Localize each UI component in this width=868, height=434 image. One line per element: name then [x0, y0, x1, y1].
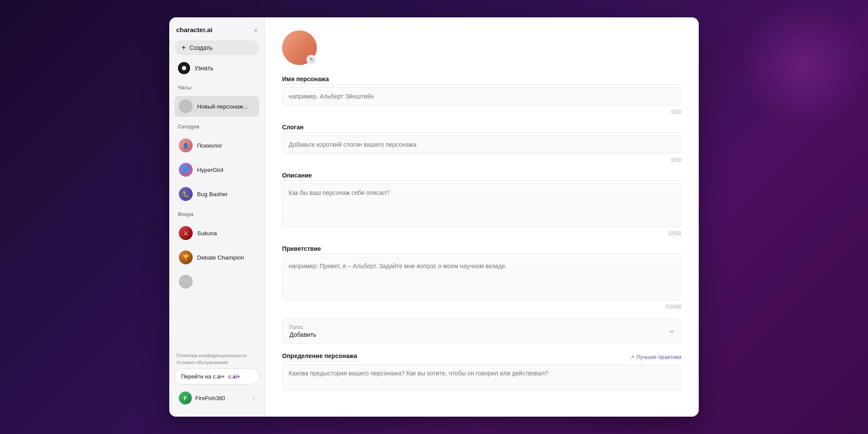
chat-item-psych[interactable]: 👤 Психолог: [174, 135, 259, 156]
description-count: 0/500: [282, 230, 681, 237]
unknown-avatar: [179, 275, 193, 289]
discover-label: Узнать: [194, 65, 213, 72]
character-name-label: Имя персонажа: [282, 76, 681, 85]
sidebar-footer: Политика конфиденциальности · Условия об…: [174, 353, 259, 408]
chat-item-sukuna[interactable]: ⚔ Sukuna: [174, 223, 259, 243]
user-avatar: F: [179, 391, 192, 404]
dot-separator: ·: [248, 353, 250, 358]
slogan-input[interactable]: [282, 135, 681, 154]
plus-icon: +: [181, 44, 186, 52]
user-name: FireFish360: [195, 395, 250, 401]
character-name-count: 0/20: [282, 109, 681, 115]
external-link-icon: ↗: [630, 354, 635, 360]
chat-item-bugbasher[interactable]: 🐛 Bug Basher: [174, 184, 259, 204]
description-textarea[interactable]: [282, 184, 681, 227]
hyperglot-label: HyperGlot: [197, 167, 224, 173]
new-character-item[interactable]: Новый персонаж...: [174, 96, 259, 117]
upgrade-button[interactable]: Перейти на c.ai+ c.ai+: [174, 368, 259, 385]
avatar-section: ✎: [282, 30, 681, 65]
voice-label: Голос: [289, 324, 316, 330]
debate-avatar: 🏆: [179, 250, 193, 264]
chat-item-debate[interactable]: 🏆 Debate Champion: [174, 247, 259, 268]
discover-icon: [178, 62, 190, 74]
collapse-button[interactable]: «: [254, 26, 257, 33]
footer-links: Политика конфиденциальности · Условия об…: [174, 353, 259, 365]
voice-info: Голос Добавить: [289, 324, 316, 338]
psych-label: Психолог: [197, 142, 222, 149]
slogan-section: Слоган 0/50: [282, 124, 681, 163]
bugbasher-label: Bug Basher: [197, 191, 228, 197]
greeting-label: Приветствие: [282, 245, 681, 254]
sidebar-header: character.ai «: [174, 26, 259, 33]
debate-label: Debate Champion: [197, 254, 244, 261]
character-name-section: Имя персонажа 0/20: [282, 76, 681, 115]
create-button[interactable]: + Создать: [174, 40, 259, 55]
upgrade-label: Перейти на c.ai+: [181, 373, 225, 380]
user-chevron-icon: ›: [253, 395, 255, 401]
description-label: Описание: [282, 172, 681, 181]
definition-section: Определение персонажа ↗ Лучшие практики: [282, 352, 681, 390]
chat-item-hyperglot[interactable]: 🌐 HyperGlot: [174, 159, 259, 180]
create-label: Создать: [190, 44, 213, 51]
privacy-link[interactable]: Политика конфиденциальности: [176, 353, 247, 358]
voice-chevron-icon: ›: [667, 330, 677, 333]
greeting-textarea[interactable]: [282, 257, 681, 300]
main-content: ✎ Имя персонажа 0/20 Слоган 0/50 Описани…: [265, 17, 699, 417]
slogan-count: 0/50: [282, 157, 681, 163]
brand-name: character.ai: [176, 26, 212, 33]
description-section: Описание 0/500: [282, 172, 681, 237]
character-name-input[interactable]: [282, 87, 681, 105]
upgrade-plus-badge: c.ai+: [228, 374, 240, 380]
edit-pencil-icon: ✎: [309, 57, 313, 62]
discover-button[interactable]: Узнать: [174, 59, 259, 78]
greeting-section: Приветствие 0/2048: [282, 245, 681, 310]
voice-section[interactable]: Голос Добавить ›: [282, 319, 681, 344]
slogan-label: Слоган: [282, 124, 681, 133]
edit-avatar-button[interactable]: ✎: [306, 55, 316, 64]
definition-textarea[interactable]: [282, 364, 681, 390]
sukuna-label: Sukuna: [197, 230, 217, 237]
definition-label: Определение персонажа: [282, 352, 357, 362]
today-section-label: Сегодня: [174, 122, 259, 132]
chats-section-label: Чаты: [174, 83, 259, 92]
sukuna-avatar: ⚔: [179, 226, 193, 240]
character-avatar-container: ✎: [282, 30, 317, 65]
new-character-label: Новый персонаж...: [197, 103, 248, 110]
greeting-count: 0/2048: [282, 304, 681, 310]
sidebar: character.ai « + Создать Узнать Чаты Нов…: [169, 17, 265, 417]
new-character-avatar: [179, 99, 193, 113]
bugbasher-avatar: 🐛: [179, 187, 193, 201]
yesterday-section-label: Вчера: [174, 210, 259, 219]
user-row[interactable]: F FireFish360 ›: [174, 388, 259, 408]
chat-item-unknown[interactable]: [174, 271, 259, 292]
definition-header: Определение персонажа ↗ Лучшие практики: [282, 352, 681, 362]
best-practices-label: Лучшие практики: [636, 354, 681, 360]
psych-avatar: 👤: [179, 138, 193, 152]
hyperglot-avatar: 🌐: [179, 163, 193, 177]
terms-link[interactable]: Условия обслуживания: [176, 360, 228, 365]
voice-value: Добавить: [289, 331, 316, 338]
best-practices-link[interactable]: ↗ Лучшие практики: [630, 354, 681, 360]
